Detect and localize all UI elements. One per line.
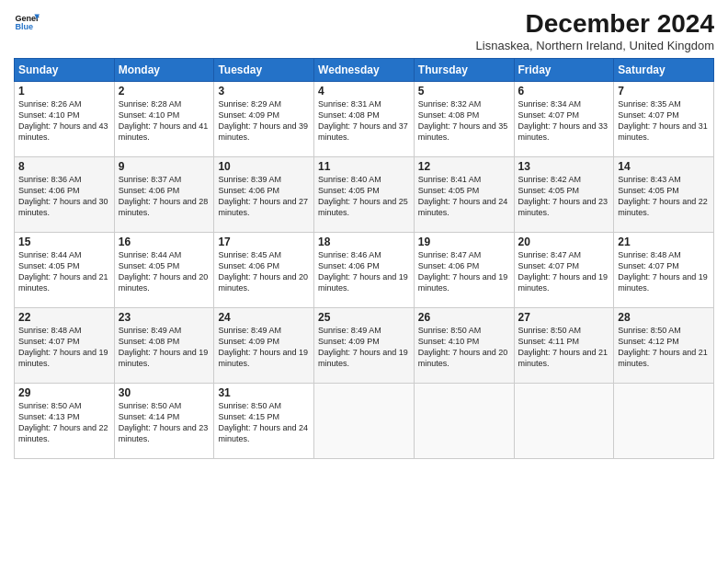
day-number: 22 [18,311,110,324]
day-info: Sunrise: 8:37 AM Sunset: 4:06 PM Dayligh… [119,174,210,219]
col-wednesday: Wednesday [314,59,415,82]
table-row: 10 Sunrise: 8:39 AM Sunset: 4:06 PM Dayl… [214,157,314,233]
table-row [614,384,714,459]
month-title: December 2024 [476,9,714,39]
day-info: Sunrise: 8:42 AM Sunset: 4:05 PM Dayligh… [518,174,610,219]
day-number: 26 [418,311,510,324]
table-row: 14 Sunrise: 8:43 AM Sunset: 4:05 PM Dayl… [614,157,714,233]
table-row: 26 Sunrise: 8:50 AM Sunset: 4:10 PM Dayl… [414,308,514,384]
day-number: 27 [518,311,610,324]
table-row: 15 Sunrise: 8:44 AM Sunset: 4:05 PM Dayl… [15,233,115,308]
col-thursday: Thursday [414,59,514,82]
table-row: 31 Sunrise: 8:50 AM Sunset: 4:15 PM Dayl… [214,384,314,459]
day-info: Sunrise: 8:39 AM Sunset: 4:06 PM Dayligh… [218,174,310,219]
day-info: Sunrise: 8:44 AM Sunset: 4:05 PM Dayligh… [119,249,210,294]
table-row: 21 Sunrise: 8:48 AM Sunset: 4:07 PM Dayl… [614,233,714,308]
day-info: Sunrise: 8:50 AM Sunset: 4:14 PM Dayligh… [119,400,210,445]
day-info: Sunrise: 8:45 AM Sunset: 4:06 PM Dayligh… [218,249,310,294]
day-info: Sunrise: 8:35 AM Sunset: 4:07 PM Dayligh… [618,98,710,144]
table-row: 9 Sunrise: 8:37 AM Sunset: 4:06 PM Dayli… [114,157,214,233]
col-sunday: Sunday [15,59,115,82]
logo: General Blue [14,9,40,35]
day-info: Sunrise: 8:48 AM Sunset: 4:07 PM Dayligh… [618,249,710,294]
svg-text:Blue: Blue [15,22,33,31]
day-info: Sunrise: 8:32 AM Sunset: 4:08 PM Dayligh… [418,98,510,144]
logo-icon: General Blue [14,9,40,35]
day-number: 23 [119,311,210,324]
day-info: Sunrise: 8:41 AM Sunset: 4:05 PM Dayligh… [418,174,510,219]
table-row: 13 Sunrise: 8:42 AM Sunset: 4:05 PM Dayl… [514,157,614,233]
day-number: 18 [318,236,410,248]
day-info: Sunrise: 8:50 AM Sunset: 4:10 PM Dayligh… [418,325,510,370]
day-info: Sunrise: 8:46 AM Sunset: 4:06 PM Dayligh… [318,249,410,294]
day-number: 6 [518,85,610,98]
day-info: Sunrise: 8:26 AM Sunset: 4:10 PM Dayligh… [18,98,110,144]
day-number: 12 [418,160,510,173]
day-info: Sunrise: 8:40 AM Sunset: 4:05 PM Dayligh… [318,174,410,219]
day-number: 9 [119,160,210,173]
day-info: Sunrise: 8:47 AM Sunset: 4:07 PM Dayligh… [518,249,610,294]
table-row: 7 Sunrise: 8:35 AM Sunset: 4:07 PM Dayli… [614,82,714,157]
day-number: 16 [119,236,210,248]
day-info: Sunrise: 8:31 AM Sunset: 4:08 PM Dayligh… [318,98,410,144]
day-number: 2 [119,85,210,98]
day-info: Sunrise: 8:49 AM Sunset: 4:09 PM Dayligh… [318,325,410,370]
day-info: Sunrise: 8:34 AM Sunset: 4:07 PM Dayligh… [518,98,610,144]
day-number: 1 [18,85,110,98]
day-number: 17 [218,236,310,248]
day-number: 20 [518,236,610,248]
calendar-table: Sunday Monday Tuesday Wednesday Thursday… [14,58,714,459]
week-row-1: 1 Sunrise: 8:26 AM Sunset: 4:10 PM Dayli… [15,82,714,157]
day-number: 5 [418,85,510,98]
table-row [414,384,514,459]
day-number: 30 [119,386,210,399]
header-row: Sunday Monday Tuesday Wednesday Thursday… [15,59,714,82]
table-row: 24 Sunrise: 8:49 AM Sunset: 4:09 PM Dayl… [214,308,314,384]
table-row: 16 Sunrise: 8:44 AM Sunset: 4:05 PM Dayl… [114,233,214,308]
col-saturday: Saturday [614,59,714,82]
page: General Blue December 2024 Lisnaskea, No… [0,0,728,563]
table-row: 23 Sunrise: 8:49 AM Sunset: 4:08 PM Dayl… [114,308,214,384]
week-row-4: 22 Sunrise: 8:48 AM Sunset: 4:07 PM Dayl… [15,308,714,384]
day-number: 10 [218,160,310,173]
table-row: 20 Sunrise: 8:47 AM Sunset: 4:07 PM Dayl… [514,233,614,308]
day-info: Sunrise: 8:50 AM Sunset: 4:12 PM Dayligh… [618,325,710,370]
day-info: Sunrise: 8:47 AM Sunset: 4:06 PM Dayligh… [418,249,510,294]
day-number: 13 [518,160,610,173]
table-row: 4 Sunrise: 8:31 AM Sunset: 4:08 PM Dayli… [314,82,415,157]
day-number: 8 [18,160,110,173]
day-info: Sunrise: 8:50 AM Sunset: 4:15 PM Dayligh… [218,400,310,445]
table-row: 19 Sunrise: 8:47 AM Sunset: 4:06 PM Dayl… [414,233,514,308]
day-number: 15 [18,236,110,248]
table-row: 28 Sunrise: 8:50 AM Sunset: 4:12 PM Dayl… [614,308,714,384]
day-number: 11 [318,160,410,173]
location: Lisnaskea, Northern Ireland, United King… [476,39,714,52]
day-number: 25 [318,311,410,324]
day-number: 24 [218,311,310,324]
day-number: 28 [618,311,710,324]
week-row-5: 29 Sunrise: 8:50 AM Sunset: 4:13 PM Dayl… [15,384,714,459]
day-info: Sunrise: 8:36 AM Sunset: 4:06 PM Dayligh… [18,174,110,219]
col-friday: Friday [514,59,614,82]
table-row: 3 Sunrise: 8:29 AM Sunset: 4:09 PM Dayli… [214,82,314,157]
table-row: 1 Sunrise: 8:26 AM Sunset: 4:10 PM Dayli… [15,82,115,157]
day-number: 4 [318,85,410,98]
table-row [514,384,614,459]
table-row: 12 Sunrise: 8:41 AM Sunset: 4:05 PM Dayl… [414,157,514,233]
header: General Blue December 2024 Lisnaskea, No… [14,9,714,52]
day-number: 31 [218,386,310,399]
day-info: Sunrise: 8:48 AM Sunset: 4:07 PM Dayligh… [18,325,110,370]
col-tuesday: Tuesday [214,59,314,82]
day-info: Sunrise: 8:29 AM Sunset: 4:09 PM Dayligh… [218,98,310,144]
week-row-3: 15 Sunrise: 8:44 AM Sunset: 4:05 PM Dayl… [15,233,714,308]
day-info: Sunrise: 8:43 AM Sunset: 4:05 PM Dayligh… [618,174,710,219]
day-number: 21 [618,236,710,248]
table-row: 30 Sunrise: 8:50 AM Sunset: 4:14 PM Dayl… [114,384,214,459]
day-info: Sunrise: 8:50 AM Sunset: 4:13 PM Dayligh… [18,400,110,445]
day-number: 3 [218,85,310,98]
title-section: December 2024 Lisnaskea, Northern Irelan… [476,9,714,52]
day-number: 14 [618,160,710,173]
day-info: Sunrise: 8:49 AM Sunset: 4:08 PM Dayligh… [119,325,210,370]
table-row: 18 Sunrise: 8:46 AM Sunset: 4:06 PM Dayl… [314,233,415,308]
day-info: Sunrise: 8:49 AM Sunset: 4:09 PM Dayligh… [218,325,310,370]
